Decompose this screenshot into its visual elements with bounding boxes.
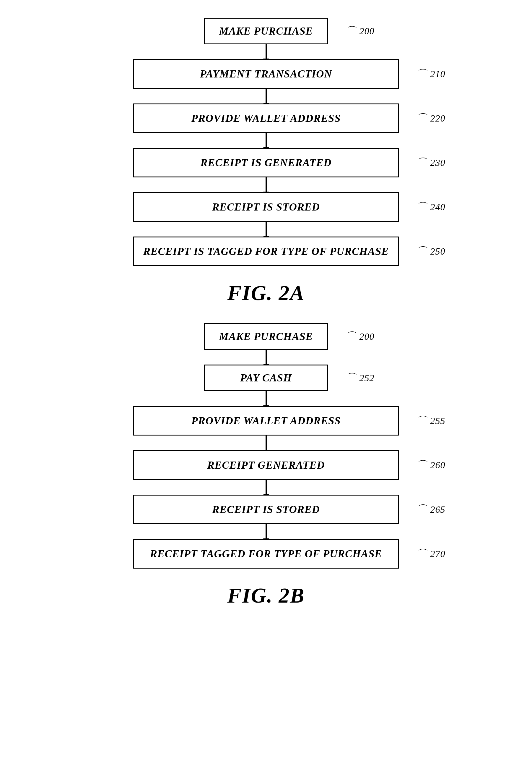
ref-num-210: 210	[430, 69, 445, 79]
squiggle-260: ⌒	[418, 458, 429, 472]
ref-num-230: 230	[430, 157, 445, 168]
ref-num-265: 265	[430, 504, 445, 515]
row-payment-transaction: PAYMENT TRANSACTION ⌒ 210	[89, 59, 443, 89]
squiggle-240: ⌒	[418, 200, 429, 215]
squiggle-250: ⌒	[418, 244, 429, 259]
ref-num-250: 250	[430, 246, 445, 257]
label-make-purchase-a: MAKE PURCHASE	[219, 25, 313, 37]
ref-num-260: 260	[430, 460, 445, 471]
label-receipt-stored-a: RECEIPT IS STORED	[212, 201, 320, 213]
ref-260: ⌒ 260	[418, 458, 445, 472]
label-receipt-stored-b: RECEIPT IS STORED	[212, 503, 320, 516]
arrow-5b	[266, 524, 267, 539]
ref-240: ⌒ 240	[418, 200, 445, 215]
fig2b-flow: MAKE PURCHASE ⌒ 200 PAY CASH ⌒ 252 P	[89, 323, 443, 568]
row-receipt-tagged-b: RECEIPT TAGGED FOR TYPE OF PURCHASE ⌒ 27…	[89, 539, 443, 568]
squiggle-252: ⌒	[347, 371, 358, 385]
row-provide-wallet-b: PROVIDE WALLET ADDRESS ⌒ 255	[89, 406, 443, 435]
ref-num-220: 220	[430, 113, 445, 124]
label-receipt-tagged-a: RECEIPT IS TAGGED FOR TYPE OF PURCHASE	[143, 245, 389, 258]
box-receipt-generated-a: RECEIPT IS GENERATED ⌒ 230	[133, 148, 399, 177]
arrow-2b	[266, 391, 267, 406]
squiggle-255: ⌒	[418, 414, 429, 428]
squiggle-265: ⌒	[418, 502, 429, 517]
box-provide-wallet-b: PROVIDE WALLET ADDRESS ⌒ 255	[133, 406, 399, 435]
box-pay-cash: PAY CASH ⌒ 252	[204, 365, 328, 391]
row-receipt-generated-a: RECEIPT IS GENERATED ⌒ 230	[89, 148, 443, 177]
squiggle-200b: ⌒	[347, 329, 358, 344]
arrow-1a	[266, 44, 267, 59]
ref-250: ⌒ 250	[418, 244, 445, 259]
ref-num-200b: 200	[359, 331, 375, 342]
label-pay-cash: PAY CASH	[240, 372, 292, 384]
fig2b-label: FIG. 2B	[227, 584, 305, 608]
ref-210: ⌒ 210	[418, 67, 445, 81]
squiggle-270: ⌒	[418, 547, 429, 561]
box-payment-transaction: PAYMENT TRANSACTION ⌒ 210	[133, 59, 399, 89]
row-receipt-tagged-a: RECEIPT IS TAGGED FOR TYPE OF PURCHASE ⌒…	[89, 237, 443, 266]
row-provide-wallet-a: PROVIDE WALLET ADDRESS ⌒ 220	[89, 103, 443, 133]
label-make-purchase-b: MAKE PURCHASE	[219, 330, 313, 343]
box-make-purchase-a: MAKE PURCHASE ⌒ 200	[204, 18, 328, 44]
label-receipt-generated-a: RECEIPT IS GENERATED	[200, 156, 331, 169]
ref-230: ⌒ 230	[418, 155, 445, 170]
box-receipt-tagged-a: RECEIPT IS TAGGED FOR TYPE OF PURCHASE ⌒…	[133, 237, 399, 266]
ref-num-240: 240	[430, 202, 445, 213]
label-payment-transaction: PAYMENT TRANSACTION	[200, 68, 332, 80]
row-pay-cash: PAY CASH ⌒ 252	[89, 365, 443, 391]
ref-220: ⌒ 220	[418, 111, 445, 126]
squiggle-210: ⌒	[418, 67, 429, 81]
label-provide-wallet-a: PROVIDE WALLET ADDRESS	[191, 112, 341, 124]
box-receipt-tagged-b: RECEIPT TAGGED FOR TYPE OF PURCHASE ⌒ 27…	[133, 539, 399, 568]
ref-num-252: 252	[359, 373, 375, 383]
arrow-5a	[266, 222, 267, 237]
squiggle-230: ⌒	[418, 155, 429, 170]
arrow-3b	[266, 435, 267, 450]
row-receipt-stored-b: RECEIPT IS STORED ⌒ 265	[89, 495, 443, 524]
arrow-4b	[266, 480, 267, 495]
ref-270: ⌒ 270	[418, 547, 445, 561]
row-make-purchase-a: MAKE PURCHASE ⌒ 200	[89, 18, 443, 44]
ref-255: ⌒ 255	[418, 414, 445, 428]
ref-265: ⌒ 265	[418, 502, 445, 517]
box-make-purchase-b: MAKE PURCHASE ⌒ 200	[204, 323, 328, 350]
squiggle-220: ⌒	[418, 111, 429, 126]
label-receipt-tagged-b: RECEIPT TAGGED FOR TYPE OF PURCHASE	[150, 547, 382, 560]
ref-num-255: 255	[430, 415, 445, 426]
box-provide-wallet-a: PROVIDE WALLET ADDRESS ⌒ 220	[133, 103, 399, 133]
arrow-1b	[266, 350, 267, 365]
fig2b-section: MAKE PURCHASE ⌒ 200 PAY CASH ⌒ 252 P	[89, 323, 443, 608]
fig2a-section: MAKE PURCHASE ⌒ 200 PAYMENT TRANSACTION …	[89, 18, 443, 305]
label-receipt-generated-b: RECEIPT GENERATED	[207, 459, 325, 471]
arrow-3a	[266, 133, 267, 148]
arrow-4a	[266, 177, 267, 192]
row-receipt-generated-b: RECEIPT GENERATED ⌒ 260	[89, 450, 443, 480]
fig2a-label: FIG. 2A	[227, 281, 305, 305]
squiggle-200a: ⌒	[347, 24, 358, 38]
fig2a-flow: MAKE PURCHASE ⌒ 200 PAYMENT TRANSACTION …	[89, 18, 443, 266]
label-provide-wallet-b: PROVIDE WALLET ADDRESS	[191, 415, 341, 427]
box-receipt-stored-b: RECEIPT IS STORED ⌒ 265	[133, 495, 399, 524]
ref-num-270: 270	[430, 548, 445, 559]
box-receipt-stored-a: RECEIPT IS STORED ⌒ 240	[133, 192, 399, 222]
box-receipt-generated-b: RECEIPT GENERATED ⌒ 260	[133, 450, 399, 480]
ref-252: ⌒ 252	[347, 371, 375, 385]
ref-200b: ⌒ 200	[347, 329, 375, 344]
row-make-purchase-b: MAKE PURCHASE ⌒ 200	[89, 323, 443, 350]
arrow-2a	[266, 89, 267, 103]
ref-200a: ⌒ 200	[347, 24, 375, 38]
row-receipt-stored-a: RECEIPT IS STORED ⌒ 240	[89, 192, 443, 222]
ref-num-200a: 200	[359, 26, 375, 37]
